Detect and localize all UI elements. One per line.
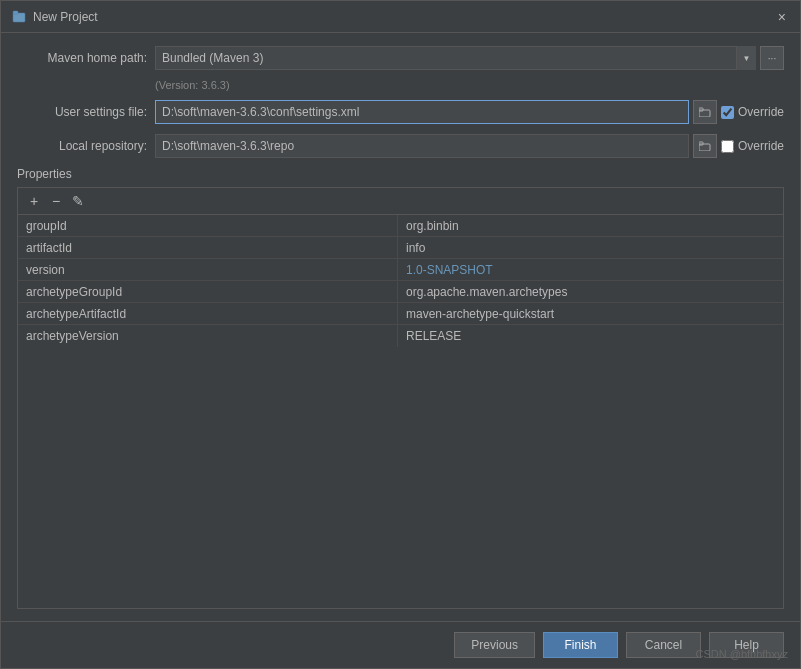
- dialog-title: New Project: [33, 10, 98, 24]
- watermark: CSDN @bfhbfhxyz: [696, 648, 788, 660]
- properties-toolbar: + − ✎: [17, 187, 784, 214]
- table-row[interactable]: archetypeGroupId org.apache.maven.archet…: [18, 281, 783, 303]
- property-key: artifactId: [18, 237, 398, 258]
- property-value: org.apache.maven.archetypes: [398, 281, 783, 302]
- user-settings-row: User settings file: Override: [17, 99, 784, 125]
- property-key: archetypeGroupId: [18, 281, 398, 302]
- edit-property-button[interactable]: ✎: [68, 191, 88, 211]
- property-key: groupId: [18, 215, 398, 236]
- property-value: org.binbin: [398, 215, 783, 236]
- maven-home-row: Maven home path: Bundled (Maven 3) ▼ ···: [17, 45, 784, 71]
- dialog-content: Maven home path: Bundled (Maven 3) ▼ ···…: [1, 33, 800, 621]
- local-repo-browse-button[interactable]: [693, 134, 717, 158]
- table-row[interactable]: archetypeVersion RELEASE: [18, 325, 783, 347]
- previous-button[interactable]: Previous: [454, 632, 535, 658]
- user-settings-input-group: Override: [155, 100, 784, 124]
- user-settings-override-label: Override: [738, 105, 784, 119]
- user-settings-browse-button[interactable]: [693, 100, 717, 124]
- local-repo-row: Local repository: Override: [17, 133, 784, 159]
- local-repo-input-group: Override: [155, 134, 784, 158]
- property-value: info: [398, 237, 783, 258]
- maven-home-more-button[interactable]: ···: [760, 46, 784, 70]
- property-value: maven-archetype-quickstart: [398, 303, 783, 324]
- dialog-footer: Previous Finish Cancel Help: [1, 621, 800, 668]
- maven-home-label: Maven home path:: [17, 51, 147, 65]
- finish-button[interactable]: Finish: [543, 632, 618, 658]
- add-property-button[interactable]: +: [24, 191, 44, 211]
- property-value: 1.0-SNAPSHOT: [398, 259, 783, 280]
- maven-home-input-group: Bundled (Maven 3) ▼ ···: [155, 46, 784, 70]
- project-icon: [11, 9, 27, 25]
- remove-property-button[interactable]: −: [46, 191, 66, 211]
- local-repo-override-group: Override: [721, 139, 784, 153]
- new-project-dialog: New Project × Maven home path: Bundled (…: [0, 0, 801, 669]
- cancel-button[interactable]: Cancel: [626, 632, 701, 658]
- close-button[interactable]: ×: [774, 8, 790, 26]
- local-repo-label: Local repository:: [17, 139, 147, 153]
- user-settings-override-group: Override: [721, 105, 784, 119]
- title-bar: New Project ×: [1, 1, 800, 33]
- property-value: RELEASE: [398, 325, 783, 347]
- svg-rect-0: [13, 13, 25, 22]
- svg-rect-1: [13, 11, 18, 14]
- user-settings-input[interactable]: [155, 100, 689, 124]
- user-settings-override-checkbox[interactable]: [721, 106, 734, 119]
- user-settings-label: User settings file:: [17, 105, 147, 119]
- properties-section: Properties + − ✎ groupId org.binbin arti…: [17, 167, 784, 609]
- local-repo-override-checkbox[interactable]: [721, 140, 734, 153]
- local-repo-override-label: Override: [738, 139, 784, 153]
- property-key: version: [18, 259, 398, 280]
- table-row[interactable]: version 1.0-SNAPSHOT: [18, 259, 783, 281]
- properties-label: Properties: [17, 167, 784, 181]
- maven-version-text: (Version: 3.6.3): [17, 79, 784, 91]
- title-bar-left: New Project: [11, 9, 98, 25]
- table-row[interactable]: archetypeArtifactId maven-archetype-quic…: [18, 303, 783, 325]
- property-key: archetypeArtifactId: [18, 303, 398, 324]
- maven-home-select[interactable]: Bundled (Maven 3): [155, 46, 756, 70]
- maven-home-select-wrapper: Bundled (Maven 3) ▼: [155, 46, 756, 70]
- properties-table: groupId org.binbin artifactId info versi…: [17, 214, 784, 609]
- table-row[interactable]: groupId org.binbin: [18, 215, 783, 237]
- local-repo-input[interactable]: [155, 134, 689, 158]
- table-row[interactable]: artifactId info: [18, 237, 783, 259]
- property-key: archetypeVersion: [18, 325, 398, 347]
